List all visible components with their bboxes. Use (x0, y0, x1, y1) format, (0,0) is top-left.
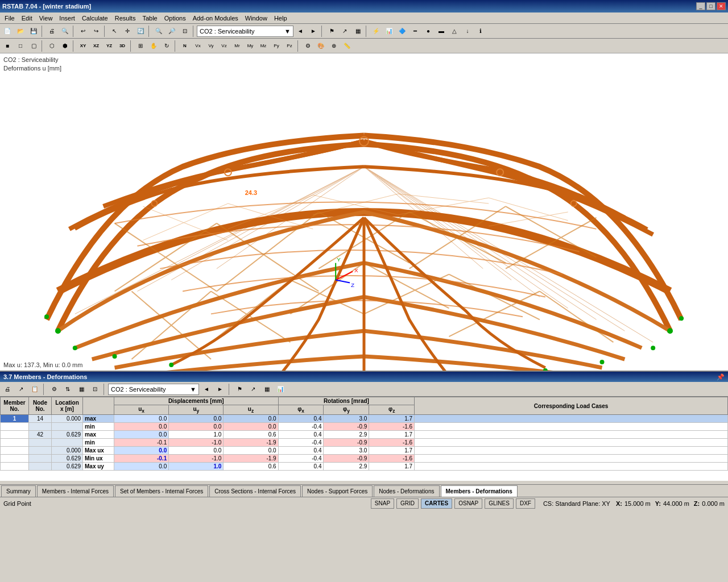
tb-section[interactable]: ▬ (435, 25, 448, 38)
tb2-vy[interactable]: Vy (205, 40, 217, 52)
tab-nodes-support-forces[interactable]: Nodes - Support Forces (302, 485, 373, 497)
tb-move[interactable]: ✛ (121, 25, 134, 38)
tb-open[interactable]: 📂 (14, 25, 27, 38)
tb2-hidden[interactable]: ▢ (27, 40, 40, 52)
tb2-pz[interactable]: Pz (283, 40, 296, 52)
table-row[interactable]: 420.629max0.01.00.60.42.91.7 (1, 431, 728, 439)
panel-nav-prev[interactable]: ◄ (200, 383, 213, 396)
tb-results[interactable]: 📊 (383, 25, 395, 38)
osnap-button[interactable]: OSNAP (454, 498, 482, 509)
tb-nav-next[interactable]: ► (307, 25, 320, 38)
tb2-measure[interactable]: 📏 (341, 40, 353, 52)
tb-flag[interactable]: ⚑ (325, 25, 338, 38)
tb2-zoom-rect[interactable]: ⊞ (134, 40, 147, 52)
cartes-button[interactable]: CARTES (421, 498, 452, 509)
panel-tb-flag[interactable]: ⚑ (233, 383, 246, 396)
panel-tb-sort[interactable]: ⇅ (61, 383, 74, 396)
menu-window[interactable]: Window (242, 14, 271, 23)
tb2-vz[interactable]: Vz (218, 40, 230, 52)
tb-support[interactable]: △ (448, 25, 461, 38)
panel-tb-table[interactable]: ▦ (260, 383, 273, 396)
tb-fit[interactable]: ⊡ (179, 25, 191, 38)
glines-button[interactable]: GLINES (485, 498, 514, 509)
tab-set-of-members-internal-forces[interactable]: Set of Members - Internal Forces (115, 485, 208, 497)
panel-tb-fit[interactable]: ⊡ (89, 383, 101, 396)
panel-tb-filter[interactable]: ⚙ (48, 383, 60, 396)
tb2-ortho[interactable]: ⬢ (59, 40, 71, 52)
panel-tb-export2[interactable]: ↗ (247, 383, 259, 396)
tb-model[interactable]: 🔷 (396, 25, 408, 38)
tb2-xy[interactable]: XY (77, 40, 89, 52)
menu-calculate[interactable]: Calculate (78, 14, 111, 23)
tb2-axes[interactable]: ⊕ (328, 40, 340, 52)
panel-tb-print[interactable]: 🖨 (1, 383, 14, 396)
tb2-settings[interactable]: ⚙ (301, 40, 314, 52)
tb2-vx[interactable]: Vx (192, 40, 204, 52)
tb-print[interactable]: 🖨 (46, 25, 58, 38)
menu-help[interactable]: Help (271, 14, 291, 23)
table-row[interactable]: min-0.1-1.0-1.9-0.4-0.9-1.6 (1, 439, 728, 447)
tb-member[interactable]: ━ (409, 25, 421, 38)
panel-case-dropdown[interactable]: CO2 : Serviceability ▼ (108, 384, 199, 395)
panel-tb-copy[interactable]: 📋 (28, 383, 41, 396)
tb-save[interactable]: 💾 (27, 25, 40, 38)
tab-summary[interactable]: Summary (1, 485, 36, 497)
tab-members-deformations[interactable]: Members - Deformations (441, 485, 518, 497)
tb2-wire[interactable]: □ (14, 40, 27, 52)
dxf-button[interactable]: DXF (516, 498, 535, 509)
table-row[interactable]: 0.000Max ux0.00.00.00.43.01.7 (1, 447, 728, 455)
tab-cross-sections-internal-forces[interactable]: Cross Sections - Internal Forces (209, 485, 301, 497)
snap-button[interactable]: SNAP (371, 498, 394, 509)
tb-load[interactable]: ↓ (461, 25, 474, 38)
tb2-rotate3d[interactable]: ↻ (160, 40, 173, 52)
tb-export[interactable]: ↗ (338, 25, 351, 38)
tb2-render[interactable]: ■ (1, 40, 14, 52)
menu-options[interactable]: Options (161, 14, 189, 23)
close-button[interactable]: ✕ (717, 2, 726, 10)
tb2-pan[interactable]: ✋ (147, 40, 160, 52)
table-row[interactable]: 0.629Min ux-0.1-1.0-1.9-0.4-0.9-1.6 (1, 455, 728, 463)
panel-pin-icon[interactable]: 📌 (717, 373, 725, 381)
tb2-py[interactable]: Py (270, 40, 283, 52)
tb-zoom-out[interactable]: 🔎 (166, 25, 178, 38)
tb2-my[interactable]: My (244, 40, 257, 52)
minimize-button[interactable]: _ (696, 2, 705, 10)
tb-select[interactable]: ↖ (108, 25, 121, 38)
menu-insert[interactable]: Insert (56, 14, 78, 23)
table-row[interactable]: 0.629Max uy0.01.00.60.42.91.7 (1, 463, 728, 471)
tb2-mr[interactable]: Mr (231, 40, 243, 52)
tb-calc[interactable]: ⚡ (370, 25, 382, 38)
panel-tb-group[interactable]: ▦ (75, 383, 88, 396)
tb2-persp[interactable]: ⬡ (46, 40, 58, 52)
tb-undo[interactable]: ↩ (77, 25, 89, 38)
tab-nodes-deformations[interactable]: Nodes - Deformations (374, 485, 439, 497)
tb2-colors[interactable]: 🎨 (315, 40, 327, 52)
tb-nav-prev[interactable]: ◄ (294, 25, 307, 38)
main-viewport[interactable]: CO2 : Serviceability Deformations u [mm] (0, 53, 728, 371)
data-table-container[interactable]: MemberNo. NodeNo. Locationx [m] Displace… (0, 397, 728, 481)
grid-button[interactable]: GRID (396, 498, 419, 509)
tb2-mz[interactable]: Mz (257, 40, 270, 52)
tb-zoom-in[interactable]: 🔍 (152, 25, 165, 38)
panel-nav-next[interactable]: ► (214, 383, 226, 396)
menu-addons[interactable]: Add-on Modules (189, 14, 242, 23)
panel-tb-export[interactable]: ↗ (15, 383, 27, 396)
tab-members-internal-forces[interactable]: Members - Internal Forces (37, 485, 114, 497)
menu-view[interactable]: View (36, 14, 56, 23)
tb-rotate[interactable]: 🔄 (134, 25, 147, 38)
tb2-yz[interactable]: YZ (103, 40, 115, 52)
tb2-3d[interactable]: 3D (116, 40, 129, 52)
menu-file[interactable]: File (1, 14, 18, 23)
panel-tb-chart[interactable]: 📊 (274, 383, 287, 396)
menu-table[interactable]: Table (139, 14, 160, 23)
tb-info[interactable]: ℹ (474, 25, 487, 38)
tb-preview[interactable]: 🔍 (59, 25, 71, 38)
window-controls[interactable]: _ □ ✕ (696, 2, 726, 10)
table-row[interactable]: min0.00.00.0-0.4-0.9-1.6 (1, 423, 728, 431)
result-case-dropdown[interactable]: CO2 : Serviceability ▼ (197, 26, 293, 37)
tb-table[interactable]: ▦ (351, 25, 364, 38)
table-row[interactable]: 1140.000max0.00.00.00.43.01.7 (1, 415, 728, 423)
tb2-xz[interactable]: XZ (90, 40, 102, 52)
tb-redo[interactable]: ↪ (90, 25, 102, 38)
tb2-n[interactable]: N (179, 40, 191, 52)
